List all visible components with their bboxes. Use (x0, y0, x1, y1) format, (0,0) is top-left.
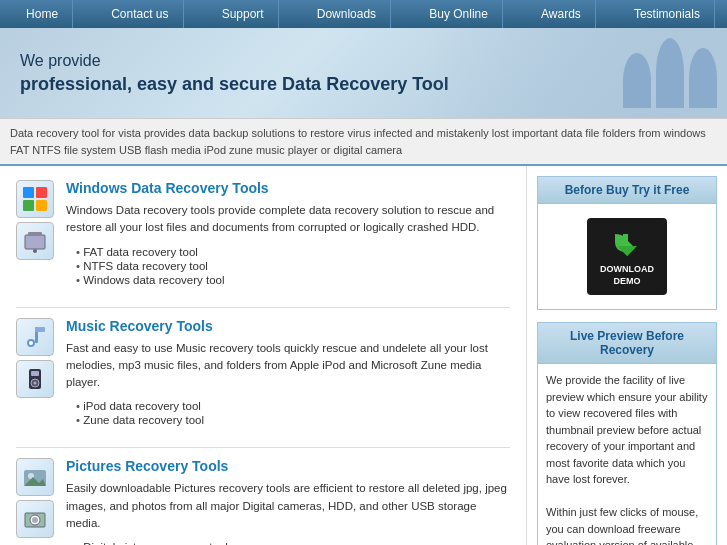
windows-text: Windows Data recovery tools provide comp… (66, 202, 510, 237)
hero-we-provide: We provide (20, 52, 449, 70)
hero-image (427, 28, 727, 118)
hero-tagline: professional, easy and secure Data Recov… (20, 74, 449, 95)
nav-testimonials[interactable]: Testimonials (620, 0, 715, 28)
svg-rect-4 (25, 235, 45, 249)
nav-downloads[interactable]: Downloads (303, 0, 391, 28)
main-layout: Windows Data Recovery Tools Windows Data… (0, 166, 727, 545)
svg-point-8 (29, 341, 33, 345)
pictures-section: Pictures Recovery Tools Easily downloada… (16, 458, 510, 545)
download-demo-label: DOWNLOAD DEMO (595, 264, 659, 287)
svg-rect-12 (31, 371, 39, 376)
live-preview-box: Live Preview Before Recovery We provide … (537, 322, 717, 545)
bullet-ntfs: NTFS data recovery tool (76, 259, 510, 273)
svg-rect-3 (36, 200, 47, 211)
live-preview-body: We provide the facility of live preview … (538, 364, 716, 545)
svg-rect-2 (23, 200, 34, 211)
nav-contact[interactable]: Contact us (97, 0, 183, 28)
svg-point-20 (32, 517, 38, 523)
svg-marker-29 (617, 246, 637, 256)
music-icon-1 (16, 318, 54, 356)
pictures-icons (16, 458, 54, 538)
nav-home[interactable]: Home (12, 0, 73, 28)
main-nav: Home Contact us Support Downloads Buy On… (0, 0, 727, 28)
music-bullets: iPod data recovery tool Zune data recove… (66, 399, 510, 427)
svg-rect-0 (23, 187, 34, 198)
pictures-icon-2 (16, 500, 54, 538)
pictures-title: Pictures Recovery Tools (66, 458, 510, 474)
windows-section: Windows Data Recovery Tools Windows Data… (16, 180, 510, 287)
pictures-bullets: Digital pictures recovery tool Memory ca… (66, 540, 510, 545)
music-icons (16, 318, 54, 398)
pictures-icon-1 (16, 458, 54, 496)
hero-section: We provide professional, easy and secure… (0, 28, 727, 118)
try-free-body: DOWNLOAD DEMO (538, 204, 716, 309)
download-demo-button[interactable]: DOWNLOAD DEMO (587, 218, 667, 295)
bullet-windows: Windows data recovery tool (76, 273, 510, 287)
svg-rect-10 (35, 327, 45, 332)
bullet-ipod: iPod data recovery tool (76, 399, 510, 413)
try-free-title: Before Buy Try it Free (538, 177, 716, 204)
windows-icons (16, 180, 54, 260)
description-bar: Data recovery tool for vista provides da… (0, 118, 727, 166)
nav-awards[interactable]: Awards (527, 0, 596, 28)
main-content: Windows Data Recovery Tools Windows Data… (0, 166, 527, 545)
try-free-box: Before Buy Try it Free DOWNLOAD DEMO (537, 176, 717, 310)
live-preview-title: Live Preview Before Recovery (538, 323, 716, 364)
svg-rect-1 (36, 187, 47, 198)
pictures-text: Easily downloadable Pictures recovery to… (66, 480, 510, 532)
bullet-fat: FAT data recovery tool (76, 245, 510, 259)
nav-buy[interactable]: Buy Online (415, 0, 503, 28)
music-text: Fast and easy to use Music recovery tool… (66, 340, 510, 392)
bullet-digital-pics: Digital pictures recovery tool (76, 540, 510, 545)
svg-rect-28 (623, 234, 628, 248)
music-icon-2 (16, 360, 54, 398)
music-section: Music Recovery Tools Fast and easy to us… (16, 318, 510, 428)
windows-bullets: FAT data recovery tool NTFS data recover… (66, 245, 510, 287)
windows-title: Windows Data Recovery Tools (66, 180, 510, 196)
sidebar: Before Buy Try it Free DOWNLOAD DEMO Liv… (527, 166, 727, 545)
svg-point-6 (33, 249, 37, 253)
music-title: Music Recovery Tools (66, 318, 510, 334)
svg-rect-5 (28, 232, 42, 236)
bullet-zune: Zune data recovery tool (76, 413, 510, 427)
svg-point-14 (34, 381, 37, 384)
nav-support[interactable]: Support (208, 0, 279, 28)
windows-icon-1 (16, 180, 54, 218)
windows-icon-2 (16, 222, 54, 260)
